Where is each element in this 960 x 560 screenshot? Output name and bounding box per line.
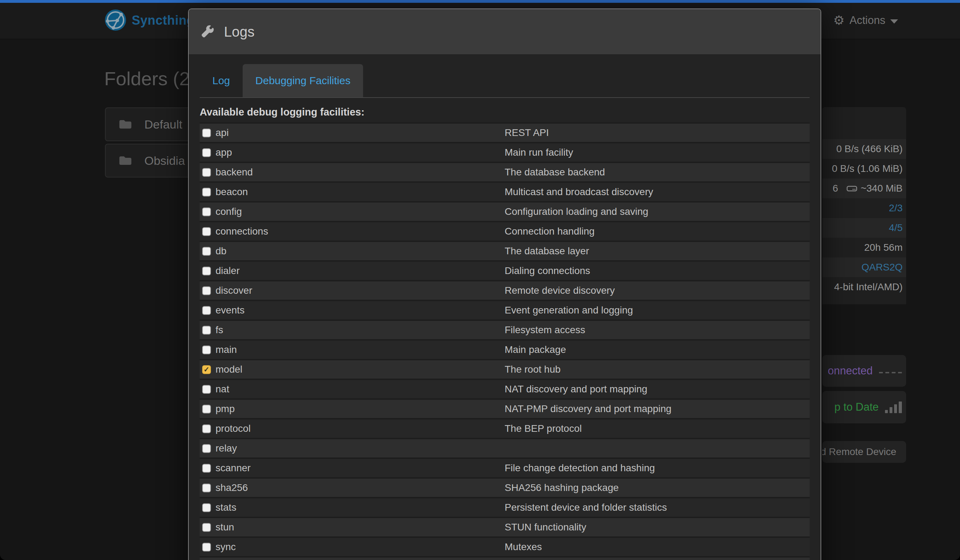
facility-checkbox-nat[interactable] (202, 385, 211, 394)
signal-bars-icon (885, 402, 902, 413)
facility-label: events (216, 305, 245, 316)
facility-description: Multicast and broadcast discovery (505, 186, 653, 198)
facility-checkbox-dialer[interactable] (202, 267, 211, 275)
facility-description: Event generation and logging (505, 305, 633, 316)
device-stat-value: 20h 56m (864, 242, 902, 253)
facility-row-protocol: protocolThe BEP protocol (200, 418, 810, 438)
device-stat-value: 0 B/s (466 KiB) (837, 143, 902, 155)
facility-name-cell: connections (200, 226, 505, 237)
logs-modal-header: Logs (189, 9, 821, 54)
facility-name-cell: app (200, 147, 505, 158)
facility-description: Main run facility (505, 147, 573, 158)
logs-modal: Logs Log Debugging Facilities Available … (188, 8, 821, 560)
remote-device-row[interactable]: onnected (822, 355, 906, 387)
facility-label: app (216, 147, 232, 158)
folder-icon (119, 155, 131, 166)
device-stat-row: 4-bit Intel/AMD) (822, 277, 906, 297)
facility-checkbox-config[interactable] (202, 208, 211, 216)
facility-name-cell: protocol (200, 423, 505, 434)
facility-name-cell: config (200, 206, 505, 217)
add-remote-device-button[interactable]: d Remote Device (822, 441, 906, 463)
device-stat-link[interactable]: QARS2Q (861, 262, 902, 273)
facility-checkbox-events[interactable] (202, 306, 211, 315)
folder-name: Default (144, 118, 182, 131)
facility-checkbox-discover[interactable] (202, 286, 211, 295)
facility-checkbox-fs[interactable] (202, 326, 211, 334)
facility-label: sync (216, 541, 236, 553)
facility-description: The database backend (505, 166, 605, 178)
facility-label: dialer (216, 265, 240, 277)
tab-debugging-facilities[interactable]: Debugging Facilities (243, 64, 363, 97)
facility-name-cell: backend (200, 166, 505, 178)
facility-checkbox-relay[interactable] (202, 444, 211, 453)
facility-name-cell: events (200, 305, 505, 316)
facility-row-backend: backendThe database backend (200, 162, 810, 181)
brand-title[interactable]: Syncthing (132, 3, 195, 38)
facility-name-cell: discover (200, 285, 505, 296)
actions-menu-button[interactable]: ⚙ Actions (833, 3, 898, 38)
facility-label: nat (216, 384, 229, 395)
facility-label: relay (216, 443, 237, 454)
facility-row-scanner: scannerFile change detection and hashing (200, 458, 810, 477)
remote-device-row[interactable]: p to Date (822, 391, 906, 423)
device-stat-value: 0 B/s (1.06 MiB) (832, 163, 902, 174)
facility-checkbox-stats[interactable] (202, 503, 211, 512)
facility-description: Configuration loading and saving (505, 206, 648, 217)
tab-log[interactable]: Log (200, 64, 243, 97)
facility-checkbox-pmp[interactable] (202, 405, 211, 413)
facility-label: sha256 (216, 482, 248, 493)
facility-checkbox-api[interactable] (202, 128, 211, 138)
folders-heading: Folders (2 (104, 68, 190, 90)
folder-icon (119, 119, 131, 130)
device-stat-value: 4-bit Intel/AMD) (834, 282, 903, 293)
device-status-text: onnected (827, 365, 873, 377)
facility-label: scanner (216, 462, 251, 474)
facility-label: stun (216, 522, 234, 533)
facility-name-cell: stats (200, 502, 505, 513)
facility-row-pmp: pmpNAT-PMP discovery and port mapping (200, 398, 810, 418)
device-stat-link[interactable]: 2/3 (889, 203, 902, 214)
facility-description: The BEP protocol (505, 423, 582, 434)
facility-row-api: apiREST API (200, 122, 810, 142)
facility-label: connections (216, 226, 268, 237)
folder-name: Obsidia (144, 154, 185, 168)
facility-label: beacon (216, 186, 248, 198)
facility-label: backend (216, 166, 253, 178)
disk-icon (846, 184, 857, 192)
device-stat-row: 6~340 MiB (822, 179, 906, 198)
device-status-text: p to Date (834, 401, 878, 413)
facility-checkbox-sha256[interactable] (202, 483, 211, 492)
caret-down-icon (890, 19, 898, 24)
facility-checkbox-main[interactable] (202, 346, 211, 354)
facility-checkbox-connections[interactable] (202, 227, 211, 236)
gear-icon: ⚙ (833, 14, 845, 27)
facility-description: Persistent device and folder statistics (505, 502, 667, 513)
facility-description: Dialing connections (505, 265, 590, 277)
facility-checkbox-scanner[interactable] (202, 464, 211, 473)
facility-checkbox-backend[interactable] (202, 168, 211, 177)
device-stat-link[interactable]: 4/5 (889, 222, 902, 234)
facility-checkbox-model[interactable]: ✓ (202, 365, 211, 374)
facility-description: NAT discovery and port mapping (505, 384, 647, 395)
syncthing-logo[interactable] (104, 9, 127, 31)
facility-row-stats: statsPersistent device and folder statis… (200, 497, 810, 517)
facility-name-cell: relay (200, 443, 505, 454)
facility-row-stun: stunSTUN functionality (200, 517, 810, 536)
facility-checkbox-sync[interactable] (202, 543, 211, 552)
facility-row-main: mainMain package (200, 339, 810, 359)
device-stat-value: 6~340 MiB (832, 183, 902, 194)
facility-name-cell: scanner (200, 462, 505, 474)
facility-description: STUN functionality (505, 522, 586, 533)
facility-label: discover (216, 285, 252, 296)
facility-name-cell: pmp (200, 403, 505, 414)
facility-checkbox-stun[interactable] (202, 523, 211, 532)
facility-checkbox-protocol[interactable] (202, 424, 211, 433)
facility-label: fs (216, 324, 223, 336)
facility-description: The root hub (505, 364, 561, 375)
facility-checkbox-beacon[interactable] (202, 188, 211, 197)
facility-description: Mutexes (505, 541, 542, 553)
facility-description: The database layer (505, 245, 589, 257)
facility-name-cell: db (200, 245, 505, 257)
facility-checkbox-db[interactable] (202, 247, 211, 256)
facility-checkbox-app[interactable] (202, 148, 211, 157)
